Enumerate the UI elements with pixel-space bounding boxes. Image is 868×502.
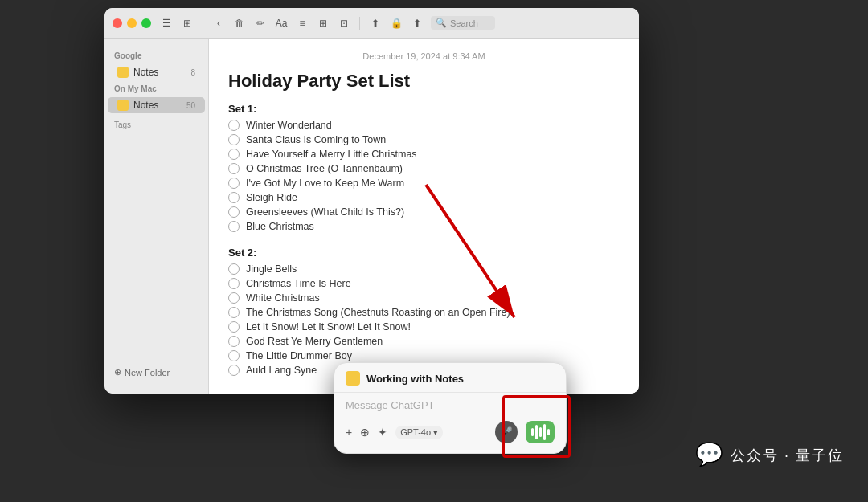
wechat-icon: 💬 (695, 441, 724, 470)
delete-icon[interactable]: 🗑 (232, 16, 247, 31)
chatgpt-input-area: Message ChatGPT + ⊕ ✦ GPT-4o ▾ 🎤 (334, 393, 566, 453)
title-bar: ☰ ⊞ ‹ 🗑 ✏ Aa ≡ ⊞ ⊡ ⬆ 🔒 ⬆ 🔍 Search (104, 8, 639, 39)
google-section-label: Google (104, 48, 208, 63)
wave-bar-2 (535, 425, 538, 439)
checkbox[interactable] (228, 206, 240, 218)
window-body: Google Notes 8 On My Mac Notes 50 Tags ⊕… (104, 39, 639, 394)
note-content: December 19, 2024 at 9:34 AM Holiday Par… (209, 39, 639, 394)
list-item-label: Christmas Time Is Here (246, 278, 351, 289)
checkbox[interactable] (228, 307, 240, 318)
sidebar-toggle-icon[interactable]: ☰ (159, 16, 174, 31)
chatgpt-input-placeholder[interactable]: Message ChatGPT (346, 399, 555, 411)
list-item-label: White Christmas (246, 292, 320, 304)
format-icon[interactable]: Aa (274, 16, 289, 31)
background: ☰ ⊞ ‹ 🗑 ✏ Aa ≡ ⊞ ⊡ ⬆ 🔒 ⬆ 🔍 Search (0, 0, 868, 502)
checkbox[interactable] (228, 163, 240, 174)
chatgpt-header: Working with Notes (334, 363, 566, 393)
back-icon[interactable]: ‹ (211, 16, 226, 31)
checkbox[interactable] (228, 336, 240, 347)
list-item: O Christmas Tree (O Tannenbaum) (228, 163, 620, 174)
traffic-lights (113, 18, 151, 28)
separator (203, 17, 203, 30)
edit-icon[interactable]: ✏ (253, 16, 268, 31)
checkbox[interactable] (228, 292, 240, 304)
notes-folder-icon (117, 67, 129, 78)
close-button[interactable] (113, 18, 122, 28)
new-folder-icon: ⊕ (114, 367, 121, 378)
minimize-button[interactable] (127, 18, 137, 28)
checkbox[interactable] (228, 263, 240, 275)
checkbox[interactable] (228, 149, 240, 160)
list-item: God Rest Ye Merry Gentlemen (228, 336, 620, 347)
list-item: Sleigh Ride (228, 192, 620, 203)
separator2 (359, 17, 360, 30)
mac-notes-window: ☰ ⊞ ‹ 🗑 ✏ Aa ≡ ⊞ ⊡ ⬆ 🔒 ⬆ 🔍 Search (104, 8, 639, 394)
list-item-label: The Little Drummer Boy (246, 350, 352, 361)
list-item: I've Got My Love to Keep Me Warm (228, 178, 620, 189)
google-notes-badge: 8 (190, 68, 195, 77)
search-bar[interactable]: 🔍 Search (431, 16, 495, 30)
list-item-label: The Christmas Song (Chestnuts Roasting o… (246, 307, 510, 318)
list-item: Blue Christmas (228, 221, 620, 232)
list-item: Jingle Bells (228, 263, 620, 275)
sidebar-item-mac-notes[interactable]: Notes 50 (108, 97, 205, 113)
chatgpt-mic-button[interactable]: 🎤 (495, 421, 518, 443)
note-date: December 19, 2024 at 9:34 AM (228, 51, 620, 61)
list-item: Have Yourself a Merry Little Christmas (228, 149, 620, 160)
chatgpt-plus-icon[interactable]: + (346, 426, 352, 439)
table-icon[interactable]: ⊞ (316, 16, 330, 31)
search-placeholder: Search (450, 18, 478, 28)
wave-bar-3 (539, 427, 542, 437)
new-folder-button[interactable]: ⊕ New Folder (104, 361, 208, 384)
checkbox[interactable] (228, 178, 240, 189)
list-item-label: Sleigh Ride (246, 192, 297, 203)
checkbox[interactable] (228, 365, 240, 376)
list-item-label: Have Yourself a Merry Little Christmas (246, 149, 417, 160)
chatgpt-globe-icon[interactable]: ⊕ (360, 426, 370, 439)
list-item-label: Auld Lang Syne (246, 365, 317, 376)
checkbox[interactable] (228, 321, 240, 333)
list-item-label: O Christmas Tree (O Tannenbaum) (246, 163, 403, 174)
list-item-label: God Rest Ye Merry Gentlemen (246, 336, 383, 347)
search-icon: 🔍 (436, 18, 447, 28)
checkbox[interactable] (228, 134, 240, 145)
sidebar-item-google-notes[interactable]: Notes 8 (108, 64, 205, 80)
fullscreen-button[interactable] (141, 18, 151, 28)
image-icon[interactable]: ⊡ (337, 16, 351, 31)
chatgpt-title: Working with Notes (366, 373, 464, 385)
list-item-label: Santa Claus Is Coming to Town (246, 134, 386, 145)
wechat-text: 公众号 · 量子位 (731, 446, 844, 465)
set2-label: Set 2: (228, 247, 620, 259)
list-icon[interactable]: ≡ (295, 16, 309, 31)
checkbox[interactable] (228, 120, 240, 131)
toolbar: ☰ ⊞ ‹ 🗑 ✏ Aa ≡ ⊞ ⊡ ⬆ 🔒 ⬆ 🔍 Search (159, 16, 631, 31)
mac-notes-folder-icon (117, 100, 129, 111)
mac-notes-badge: 50 (186, 101, 195, 110)
chatgpt-model-chevron: ▾ (433, 427, 438, 438)
chatgpt-model-selector[interactable]: GPT-4o ▾ (395, 426, 443, 439)
checkbox[interactable] (228, 221, 240, 232)
share-icon[interactable]: ⬆ (368, 16, 383, 31)
grid-view-icon[interactable]: ⊞ (180, 16, 194, 31)
tags-section-label: Tags (104, 114, 208, 133)
mac-section-label: On My Mac (104, 81, 208, 96)
chatgpt-waveform-button[interactable] (526, 421, 555, 443)
list-item-label: Greensleeves (What Child Is This?) (246, 206, 404, 218)
checkbox[interactable] (228, 192, 240, 203)
wave-bar-4 (543, 424, 546, 440)
google-notes-label: Notes (133, 67, 158, 78)
set1-checklist: Winter WonderlandSanta Claus Is Coming t… (228, 120, 620, 232)
list-item-label: Blue Christmas (246, 221, 314, 232)
list-item: Greensleeves (What Child Is This?) (228, 206, 620, 218)
chatgpt-sparkle-icon[interactable]: ✦ (378, 426, 387, 439)
export-icon[interactable]: ⬆ (410, 16, 424, 31)
lock-icon[interactable]: 🔒 (389, 16, 403, 31)
sidebar: Google Notes 8 On My Mac Notes 50 Tags ⊕… (104, 39, 209, 394)
set2-checklist: Jingle BellsChristmas Time Is HereWhite … (228, 263, 620, 376)
checkbox[interactable] (228, 350, 240, 361)
chatgpt-window: Working with Notes Message ChatGPT + ⊕ ✦… (334, 362, 567, 454)
wave-bar-1 (531, 428, 534, 436)
checkbox[interactable] (228, 278, 240, 289)
list-item-label: Let It Snow! Let It Snow! Let It Snow! (246, 321, 411, 333)
list-item: Winter Wonderland (228, 120, 620, 131)
